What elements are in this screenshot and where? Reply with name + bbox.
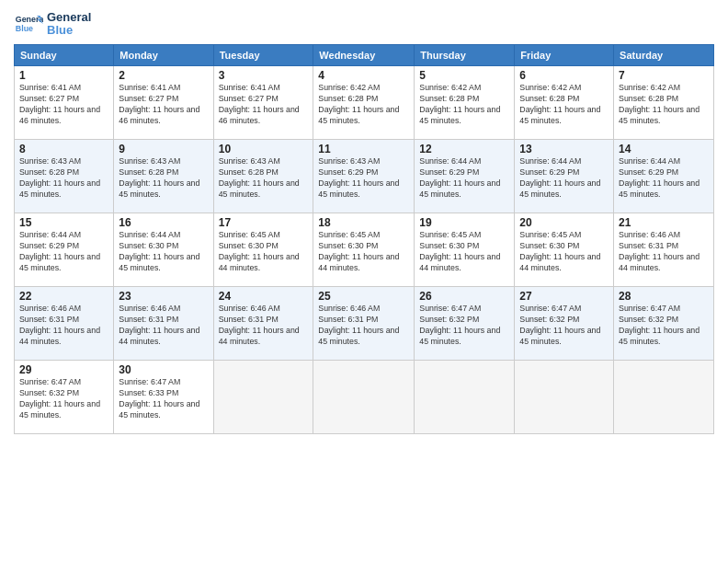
day-number: 4 (318, 69, 409, 82)
day-info: Sunrise: 6:47 AM Sunset: 6:32 PM Dayligh… (519, 304, 609, 348)
day-info: Sunrise: 6:45 AM Sunset: 6:30 PM Dayligh… (219, 230, 309, 274)
calendar-cell: 3 Sunrise: 6:41 AM Sunset: 6:27 PM Dayli… (213, 66, 313, 140)
calendar-cell: 8 Sunrise: 6:43 AM Sunset: 6:28 PM Dayli… (15, 140, 114, 213)
calendar-cell: 20 Sunrise: 6:45 AM Sunset: 6:30 PM Dayl… (515, 213, 614, 287)
calendar-cell: 25 Sunrise: 6:46 AM Sunset: 6:31 PM Dayl… (313, 287, 415, 361)
day-info: Sunrise: 6:41 AM Sunset: 6:27 PM Dayligh… (19, 83, 108, 127)
calendar-week-1: 1 Sunrise: 6:41 AM Sunset: 6:27 PM Dayli… (15, 66, 714, 140)
day-info: Sunrise: 6:45 AM Sunset: 6:30 PM Dayligh… (318, 230, 409, 274)
day-info: Sunrise: 6:45 AM Sunset: 6:30 PM Dayligh… (419, 230, 509, 274)
calendar-cell: 30 Sunrise: 6:47 AM Sunset: 6:33 PM Dayl… (114, 361, 213, 434)
calendar-cell: 2 Sunrise: 6:41 AM Sunset: 6:27 PM Dayli… (114, 66, 213, 140)
calendar-cell: 12 Sunrise: 6:44 AM Sunset: 6:29 PM Dayl… (415, 140, 515, 213)
day-info: Sunrise: 6:46 AM Sunset: 6:31 PM Dayligh… (219, 304, 309, 348)
day-info: Sunrise: 6:44 AM Sunset: 6:30 PM Dayligh… (119, 230, 208, 274)
calendar-cell: 9 Sunrise: 6:43 AM Sunset: 6:28 PM Dayli… (114, 140, 213, 213)
calendar-cell (515, 361, 614, 434)
day-number: 28 (619, 290, 709, 303)
day-number: 24 (219, 290, 309, 303)
calendar-body: 1 Sunrise: 6:41 AM Sunset: 6:27 PM Dayli… (15, 66, 714, 434)
day-number: 3 (219, 69, 309, 82)
day-info: Sunrise: 6:44 AM Sunset: 6:29 PM Dayligh… (19, 230, 108, 274)
day-info: Sunrise: 6:42 AM Sunset: 6:28 PM Dayligh… (318, 83, 409, 127)
calendar-week-2: 8 Sunrise: 6:43 AM Sunset: 6:28 PM Dayli… (15, 140, 714, 213)
calendar-header-row: SundayMondayTuesdayWednesdayThursdayFrid… (15, 45, 714, 66)
day-number: 14 (619, 143, 709, 155)
calendar-cell: 6 Sunrise: 6:42 AM Sunset: 6:28 PM Dayli… (515, 66, 614, 140)
day-number: 21 (619, 216, 709, 229)
day-number: 9 (119, 143, 208, 155)
calendar-cell: 7 Sunrise: 6:42 AM Sunset: 6:28 PM Dayli… (614, 66, 714, 140)
day-number: 19 (419, 216, 509, 229)
day-info: Sunrise: 6:43 AM Sunset: 6:28 PM Dayligh… (19, 156, 108, 201)
day-info: Sunrise: 6:42 AM Sunset: 6:28 PM Dayligh… (619, 83, 709, 127)
logo-icon: General Blue (14, 9, 43, 39)
header-thursday: Thursday (415, 45, 515, 66)
day-number: 18 (318, 216, 409, 229)
day-number: 11 (318, 143, 409, 155)
calendar-cell: 13 Sunrise: 6:44 AM Sunset: 6:29 PM Dayl… (515, 140, 614, 213)
header-friday: Friday (515, 45, 614, 66)
header-wednesday: Wednesday (313, 45, 415, 66)
day-number: 25 (318, 290, 409, 303)
calendar-cell (614, 361, 714, 434)
day-number: 30 (119, 363, 208, 376)
day-info: Sunrise: 6:44 AM Sunset: 6:29 PM Dayligh… (619, 156, 709, 201)
calendar-cell: 26 Sunrise: 6:47 AM Sunset: 6:32 PM Dayl… (415, 287, 515, 361)
day-info: Sunrise: 6:45 AM Sunset: 6:30 PM Dayligh… (519, 230, 609, 274)
calendar-cell (213, 361, 313, 434)
calendar-cell: 11 Sunrise: 6:43 AM Sunset: 6:29 PM Dayl… (313, 140, 415, 213)
day-info: Sunrise: 6:47 AM Sunset: 6:32 PM Dayligh… (419, 304, 509, 348)
day-info: Sunrise: 6:42 AM Sunset: 6:28 PM Dayligh… (419, 83, 509, 127)
calendar-cell: 17 Sunrise: 6:45 AM Sunset: 6:30 PM Dayl… (213, 213, 313, 287)
day-number: 27 (519, 290, 609, 303)
day-info: Sunrise: 6:46 AM Sunset: 6:31 PM Dayligh… (119, 304, 208, 348)
calendar-cell: 19 Sunrise: 6:45 AM Sunset: 6:30 PM Dayl… (415, 213, 515, 287)
calendar-cell: 5 Sunrise: 6:42 AM Sunset: 6:28 PM Dayli… (415, 66, 515, 140)
calendar-cell: 15 Sunrise: 6:44 AM Sunset: 6:29 PM Dayl… (15, 213, 114, 287)
day-number: 7 (619, 69, 709, 82)
calendar-cell (415, 361, 515, 434)
header-sunday: Sunday (15, 45, 114, 66)
day-number: 1 (19, 69, 108, 82)
calendar-cell: 18 Sunrise: 6:45 AM Sunset: 6:30 PM Dayl… (313, 213, 415, 287)
day-number: 13 (519, 143, 609, 155)
day-number: 16 (119, 216, 208, 229)
day-number: 5 (419, 69, 509, 82)
calendar-week-3: 15 Sunrise: 6:44 AM Sunset: 6:29 PM Dayl… (15, 213, 714, 287)
calendar-week-5: 29 Sunrise: 6:47 AM Sunset: 6:32 PM Dayl… (15, 361, 714, 434)
svg-text:Blue: Blue (16, 24, 33, 33)
calendar-cell: 4 Sunrise: 6:42 AM Sunset: 6:28 PM Dayli… (313, 66, 415, 140)
header-tuesday: Tuesday (213, 45, 313, 66)
calendar-cell: 27 Sunrise: 6:47 AM Sunset: 6:32 PM Dayl… (515, 287, 614, 361)
calendar-cell: 10 Sunrise: 6:43 AM Sunset: 6:28 PM Dayl… (213, 140, 313, 213)
day-info: Sunrise: 6:43 AM Sunset: 6:28 PM Dayligh… (219, 156, 309, 201)
day-info: Sunrise: 6:43 AM Sunset: 6:28 PM Dayligh… (119, 156, 208, 201)
calendar-cell: 16 Sunrise: 6:44 AM Sunset: 6:30 PM Dayl… (114, 213, 213, 287)
day-number: 29 (19, 363, 108, 376)
day-number: 15 (19, 216, 108, 229)
day-info: Sunrise: 6:43 AM Sunset: 6:29 PM Dayligh… (318, 156, 409, 201)
calendar-cell: 28 Sunrise: 6:47 AM Sunset: 6:32 PM Dayl… (614, 287, 714, 361)
calendar-cell (313, 361, 415, 434)
day-number: 20 (519, 216, 609, 229)
day-info: Sunrise: 6:46 AM Sunset: 6:31 PM Dayligh… (619, 230, 709, 274)
day-info: Sunrise: 6:42 AM Sunset: 6:28 PM Dayligh… (519, 83, 609, 127)
logo-line1: General (47, 11, 91, 24)
calendar-cell: 21 Sunrise: 6:46 AM Sunset: 6:31 PM Dayl… (614, 213, 714, 287)
day-info: Sunrise: 6:47 AM Sunset: 6:32 PM Dayligh… (619, 304, 709, 348)
day-info: Sunrise: 6:44 AM Sunset: 6:29 PM Dayligh… (519, 156, 609, 201)
day-number: 23 (119, 290, 208, 303)
day-number: 17 (219, 216, 309, 229)
logo-line2: Blue (47, 24, 91, 37)
calendar-cell: 29 Sunrise: 6:47 AM Sunset: 6:32 PM Dayl… (15, 361, 114, 434)
calendar-cell: 22 Sunrise: 6:46 AM Sunset: 6:31 PM Dayl… (15, 287, 114, 361)
calendar-cell: 14 Sunrise: 6:44 AM Sunset: 6:29 PM Dayl… (614, 140, 714, 213)
header-monday: Monday (114, 45, 213, 66)
day-info: Sunrise: 6:46 AM Sunset: 6:31 PM Dayligh… (318, 304, 409, 348)
calendar-table: SundayMondayTuesdayWednesdayThursdayFrid… (14, 44, 714, 434)
header-saturday: Saturday (614, 45, 714, 66)
logo: General Blue General Blue (14, 9, 91, 39)
day-info: Sunrise: 6:47 AM Sunset: 6:33 PM Dayligh… (119, 377, 208, 421)
calendar-week-4: 22 Sunrise: 6:46 AM Sunset: 6:31 PM Dayl… (15, 287, 714, 361)
